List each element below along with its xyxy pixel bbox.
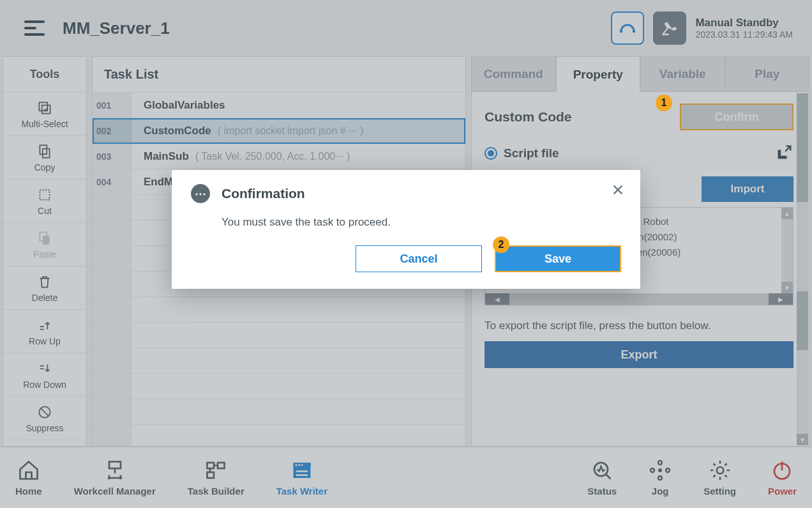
dialog-header: ⋯ Confirmation: [191, 184, 621, 203]
confirmation-dialog: ⋯ Confirmation You must save the task to…: [172, 170, 640, 289]
cancel-button[interactable]: Cancel: [356, 245, 482, 272]
dialog-message: You must save the task to proceed.: [222, 216, 621, 229]
save-button[interactable]: Save: [495, 245, 621, 272]
dialog-actions: Cancel Save: [191, 245, 621, 272]
callout-2: 2: [493, 236, 509, 253]
callout-1: 1: [656, 95, 672, 111]
dialog-title: Confirmation: [222, 186, 305, 201]
ellipsis-icon: ⋯: [191, 184, 210, 203]
modal-overlay: ⋯ Confirmation You must save the task to…: [0, 0, 812, 508]
close-icon[interactable]: [611, 183, 625, 199]
